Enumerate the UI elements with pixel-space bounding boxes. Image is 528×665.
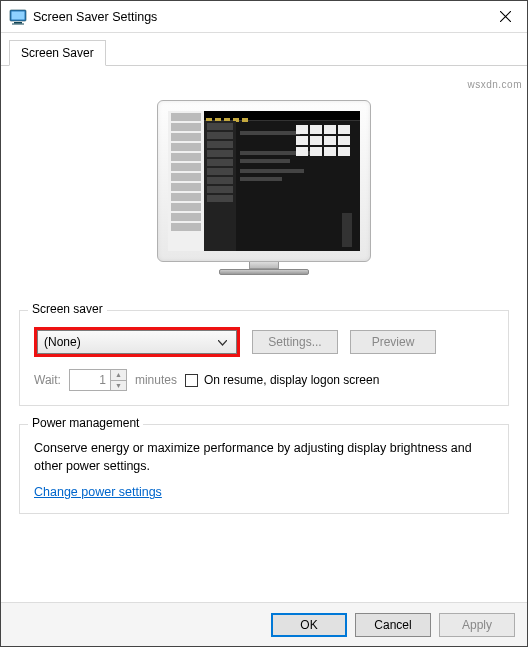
svg-rect-2	[14, 22, 22, 24]
window-title: Screen Saver Settings	[33, 10, 483, 24]
power-management-group: Power management Conserve energy or maxi…	[19, 424, 509, 514]
wait-unit-label: minutes	[135, 373, 177, 387]
titlebar: Screen Saver Settings	[1, 1, 527, 33]
wait-label: Wait:	[34, 373, 61, 387]
screen-saver-combo-highlight: (None)	[34, 327, 240, 357]
chevron-down-icon	[214, 335, 230, 349]
dialog-footer: OK Cancel Apply	[1, 602, 527, 646]
tabstrip: Screen Saver	[1, 33, 527, 66]
screen-saver-select-value: (None)	[44, 335, 214, 349]
tab-panel: Screen saver (None) Settings... Preview …	[1, 66, 527, 602]
resume-logon-label: On resume, display logon screen	[204, 373, 379, 387]
screen-saver-group-title: Screen saver	[28, 302, 107, 316]
tab-screen-saver[interactable]: Screen Saver	[9, 40, 106, 66]
apply-button[interactable]: Apply	[439, 613, 515, 637]
close-icon	[500, 11, 511, 22]
watermark: wsxdn.com	[467, 79, 522, 90]
change-power-settings-link[interactable]: Change power settings	[34, 485, 162, 499]
power-management-group-title: Power management	[28, 416, 143, 430]
close-button[interactable]	[483, 1, 527, 32]
svg-rect-3	[12, 23, 24, 24]
preview-button[interactable]: Preview	[350, 330, 436, 354]
power-management-text: Conserve energy or maximize performance …	[34, 439, 494, 475]
screen-saver-icon	[9, 8, 27, 26]
resume-logon-checkbox[interactable]: On resume, display logon screen	[185, 373, 379, 387]
preview-screen	[168, 111, 360, 251]
screen-saver-select[interactable]: (None)	[37, 330, 237, 354]
screen-saver-settings-dialog: Screen Saver Settings Screen Saver	[0, 0, 528, 647]
checkbox-icon	[185, 374, 198, 387]
screen-saver-group: Screen saver (None) Settings... Preview …	[19, 310, 509, 406]
spin-down-icon[interactable]: ▼	[111, 381, 126, 391]
spin-up-icon[interactable]: ▲	[111, 370, 126, 381]
wait-input[interactable]	[70, 370, 110, 390]
svg-rect-1	[12, 11, 25, 19]
preview-monitor	[157, 100, 371, 276]
wait-spinner[interactable]: ▲ ▼	[69, 369, 127, 391]
preview-monitor-area	[19, 72, 509, 310]
ok-button[interactable]: OK	[271, 613, 347, 637]
cancel-button[interactable]: Cancel	[355, 613, 431, 637]
settings-button[interactable]: Settings...	[252, 330, 338, 354]
